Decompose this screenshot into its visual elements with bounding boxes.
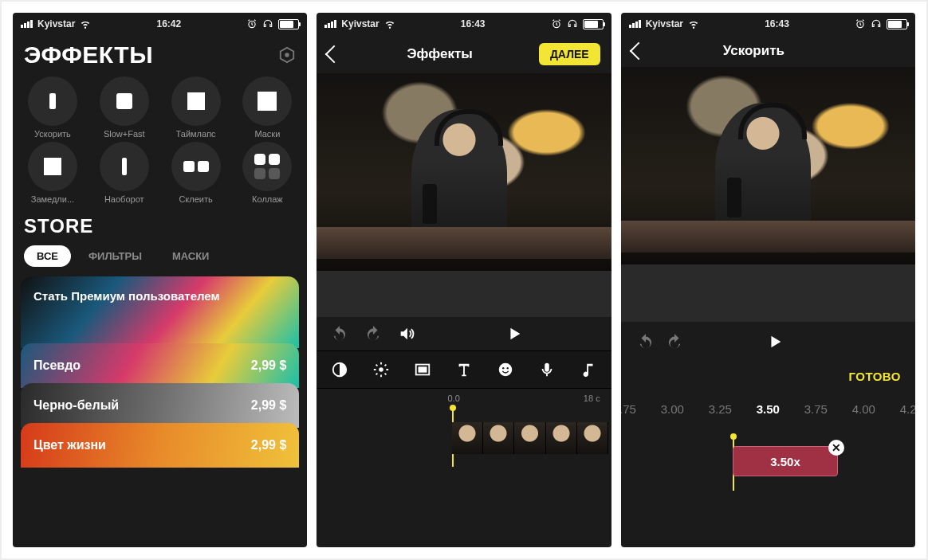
speed-tick[interactable]: 4.00 <box>847 402 880 416</box>
svg-point-8 <box>499 363 513 377</box>
wifi-icon <box>80 18 91 29</box>
card-premium-label: Стать Премиум пользователем <box>33 289 220 303</box>
effect-label: Замедли... <box>31 194 74 204</box>
done-button[interactable]: ГОТОВО <box>848 370 901 383</box>
effect-icon <box>242 142 292 191</box>
effect-label: Склеить <box>179 194 212 204</box>
nav-title: Эффекты <box>348 46 531 62</box>
effect-label: Ускорить <box>34 129 71 139</box>
speed-tick[interactable]: 3.25 <box>703 402 737 416</box>
alarm-icon <box>551 18 562 29</box>
effect-item[interactable]: Коллаж <box>232 142 302 204</box>
play-button[interactable] <box>505 325 523 343</box>
pack-price: 2,99 $ <box>251 358 286 373</box>
pack-name: Черно-белый <box>33 398 119 413</box>
preview-blur-bar <box>317 271 611 317</box>
video-preview[interactable] <box>317 73 611 271</box>
settings-tool-icon[interactable] <box>372 361 390 378</box>
volume-button[interactable] <box>398 325 415 343</box>
preview-blur-bar <box>621 264 915 322</box>
wifi-icon <box>384 18 395 29</box>
store-pack[interactable]: Цвет жизни2,99 $ <box>21 423 299 468</box>
effect-icon <box>242 76 292 126</box>
effect-label: Таймлапс <box>176 129 216 139</box>
effect-icon <box>171 142 221 191</box>
screen-effects-library: Kyivstar 16:42 ЭФФЕКТЫ УскоритьSlow+Fast… <box>13 13 307 547</box>
effect-label: Наоборот <box>104 194 144 204</box>
timeline-labels: 0.0 18 с <box>317 389 611 406</box>
pack-price: 2,99 $ <box>251 438 286 452</box>
speed-tick[interactable]: 3.75 <box>799 402 832 416</box>
effect-item[interactable]: Наоборот <box>89 142 159 204</box>
back-button[interactable] <box>325 45 344 64</box>
tab-all[interactable]: ВСЕ <box>24 245 71 267</box>
effect-item[interactable]: Таймлапс <box>161 76 231 139</box>
signal-icon <box>629 20 641 28</box>
effect-item[interactable]: Slow+Fast <box>89 76 159 139</box>
battery-icon <box>583 19 604 29</box>
svg-point-2 <box>285 53 290 57</box>
play-button[interactable] <box>766 333 784 350</box>
store-pack[interactable]: Черно-белый2,99 $ <box>21 383 299 428</box>
effect-item[interactable]: Ускорить <box>18 76 88 139</box>
effect-item[interactable]: Маски <box>232 76 302 139</box>
effect-item[interactable]: Склеить <box>161 142 231 204</box>
speed-segment-label: 3.50x <box>770 455 800 468</box>
carrier-label: Kyivstar <box>341 18 379 29</box>
speed-timeline[interactable]: 3.50x ✕ <box>621 432 915 495</box>
effect-label: Маски <box>254 129 280 139</box>
signal-icon <box>21 20 33 28</box>
effect-item[interactable]: Замедли... <box>18 142 88 204</box>
playback-controls <box>317 317 611 350</box>
clock: 16:43 <box>765 18 789 29</box>
store-heading: STORE <box>13 209 307 237</box>
pack-price: 2,99 $ <box>251 398 286 413</box>
nav-bar: Ускорить <box>621 35 915 67</box>
speed-tick[interactable]: 2.75 <box>621 402 642 416</box>
tab-filters[interactable]: ФИЛЬТРЫ <box>76 245 155 267</box>
timeline[interactable] <box>317 409 611 465</box>
speed-tick[interactable]: 3.00 <box>655 402 689 416</box>
effect-icon <box>28 142 77 191</box>
back-button[interactable] <box>629 42 647 61</box>
sticker-tool-icon[interactable] <box>497 361 514 378</box>
undo-button[interactable] <box>331 325 348 343</box>
frame-tool-icon[interactable] <box>414 361 431 378</box>
undo-button[interactable] <box>637 333 655 350</box>
text-tool-icon[interactable] <box>455 361 473 378</box>
effect-icon <box>28 76 77 126</box>
music-tool-icon[interactable] <box>580 361 597 378</box>
svg-rect-7 <box>419 366 427 372</box>
screen-effects-editor: Kyivstar 16:43 Эффекты ДАЛЕЕ <box>317 13 611 547</box>
card-premium[interactable]: Стать Премиум пользователем <box>21 276 299 348</box>
store-pack[interactable]: Псевдо2,99 $ <box>21 343 299 388</box>
svg-point-5 <box>379 367 383 372</box>
next-button[interactable]: ДАЛЕЕ <box>539 43 600 65</box>
status-bar: Kyivstar 16:43 <box>317 13 611 35</box>
battery-icon <box>887 19 907 29</box>
screen-speed: Kyivstar 16:43 Ускорить <box>621 13 915 547</box>
headphones-icon <box>871 18 882 29</box>
page-title: ЭФФЕКТЫ <box>24 41 153 69</box>
carrier-label: Kyivstar <box>646 18 683 29</box>
effect-icon <box>100 142 149 191</box>
clock: 16:42 <box>157 18 182 29</box>
speed-tick[interactable]: 4.25 <box>895 402 915 416</box>
playback-controls <box>621 322 915 362</box>
speed-segment[interactable]: 3.50x ✕ <box>733 446 838 476</box>
signal-icon <box>324 20 336 28</box>
voice-tool-icon[interactable] <box>538 361 556 378</box>
video-preview[interactable] <box>621 67 915 264</box>
speed-ruler[interactable]: 2.753.003.253.503.754.004.25 <box>621 391 915 427</box>
tab-masks[interactable]: МАСКИ <box>159 245 222 267</box>
headphones-icon <box>567 18 578 29</box>
status-bar: Kyivstar 16:43 <box>621 13 915 35</box>
contrast-tool-icon[interactable] <box>331 361 348 378</box>
clip-strip[interactable] <box>452 422 608 454</box>
segment-delete-button[interactable]: ✕ <box>828 440 844 456</box>
settings-hex-icon[interactable] <box>278 46 296 64</box>
redo-button[interactable] <box>666 333 683 350</box>
redo-button[interactable] <box>364 325 382 343</box>
speed-tick[interactable]: 3.50 <box>751 402 784 416</box>
store-tabs: ВСЕ ФИЛЬТРЫ МАСКИ <box>13 237 307 276</box>
